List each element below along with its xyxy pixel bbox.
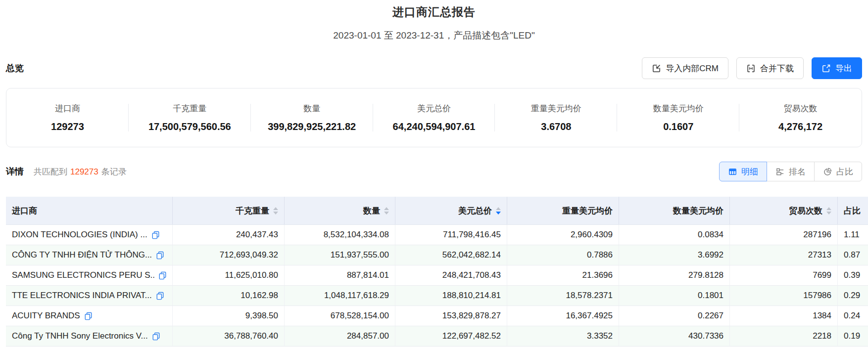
match-prefix: 共匹配到 — [34, 167, 67, 176]
column-label: 贸易次数 — [789, 205, 822, 217]
cell-usd-per-weight: 2,960.4309 — [507, 225, 619, 245]
copy-icon[interactable] — [85, 312, 92, 320]
importer-name: CÔNG TY TNHH ĐIỆN TỬ THÔNG... — [12, 250, 152, 260]
column-label: 数量 — [363, 205, 380, 217]
table-row[interactable]: CÔNG TY TNHH ĐIỆN TỬ THÔNG... 712,693,04… — [6, 245, 868, 265]
tab-detail-label: 明细 — [741, 166, 758, 177]
stat-value: 399,829,925,221.82 — [251, 121, 373, 132]
details-left: 详情 共匹配到129273条记录 — [6, 166, 127, 177]
tab-ranking[interactable]: 排名 — [767, 162, 815, 181]
cell-share: 0.87 — [838, 245, 868, 265]
cell-quantity: 151,937,555.00 — [285, 245, 395, 265]
overview-toolbar: 总览 导入内部CRM 合并下载 导出 — [0, 57, 868, 79]
table-row[interactable]: SAMSUNG ELECTRONICS PERU S... 11,625,010… — [6, 265, 868, 286]
sort-asc-icon[interactable] — [273, 207, 278, 210]
sort-desc-icon-active[interactable] — [496, 212, 501, 215]
cell-share: 0.29 — [838, 286, 868, 305]
importer-name: Công Ty TNHH Sony Electronics V... — [12, 331, 148, 341]
match-count-value: 129273 — [70, 167, 98, 176]
stat-label: 重量美元均价 — [495, 103, 617, 114]
stat-kg-weight: 千克重量 17,500,579,560.56 — [129, 101, 251, 134]
cell-share: 1.11 — [838, 225, 868, 245]
merge-download-label: 合并下载 — [760, 63, 794, 74]
table-row[interactable]: DIXON TECHNOLOGIES (INDIA) ... 240,437.4… — [6, 225, 868, 245]
copy-icon[interactable] — [152, 231, 159, 239]
table-row[interactable]: Công Ty TNHH Sony Electronics V... 36,78… — [6, 326, 868, 347]
tab-share-label: 占比 — [836, 166, 853, 177]
cell-kg-weight: 240,437.43 — [173, 225, 285, 245]
column-label: 占比 — [844, 205, 861, 217]
cell-importer: ACUITY BRANDS — [6, 306, 173, 326]
column-label: 千克重量 — [236, 205, 269, 217]
stat-value: 64,240,594,907.61 — [373, 121, 495, 132]
copy-icon[interactable] — [156, 251, 164, 260]
cell-kg-weight: 36,788,760.40 — [173, 326, 285, 346]
column-header-kg-weight[interactable]: 千克重量 — [173, 197, 285, 224]
sort-asc-icon[interactable] — [384, 207, 389, 210]
import-to-crm-label: 导入内部CRM — [666, 63, 719, 74]
cell-kg-weight: 10,162.98 — [173, 286, 285, 305]
cell-usd-per-unit: 0.2267 — [619, 306, 730, 326]
column-label: 数量美元均价 — [673, 205, 723, 217]
cell-trade-count: 7699 — [730, 265, 838, 285]
stat-value: 0.1607 — [617, 121, 739, 132]
column-header-usd-per-unit: 数量美元均价 — [619, 197, 730, 224]
cell-usd-per-weight: 0.7886 — [507, 245, 619, 265]
tab-detail[interactable]: 明细 — [719, 162, 767, 181]
stat-usd-per-unit: 数量美元均价 0.1607 — [617, 101, 739, 134]
match-suffix: 条记录 — [101, 167, 127, 176]
report-subtitle: 2023-01-01 至 2023-12-31，产品描述包含"LED" — [0, 29, 868, 42]
cell-quantity: 1,048,117,618.29 — [285, 286, 395, 305]
column-header-importer: 进口商 — [6, 197, 173, 224]
importer-summary-report-page: 进口商汇总报告 2023-01-01 至 2023-12-31，产品描述包含"L… — [0, 0, 868, 347]
sort-asc-icon[interactable] — [496, 207, 501, 210]
table-header-row: 进口商 千克重量 数量 美元总价 重量美元均价 数量美元均价 贸易次数 占比 — [6, 197, 868, 225]
merge-download-icon — [746, 64, 756, 73]
details-heading: 详情 — [6, 166, 24, 177]
cell-quantity: 887,814.01 — [285, 265, 395, 285]
cell-trade-count: 287196 — [730, 225, 838, 245]
sort-desc-icon[interactable] — [826, 212, 831, 215]
cell-share: 0.19 — [838, 326, 868, 346]
table-row[interactable]: TTE ELECTRONICS INDIA PRIVAT... 10,162.9… — [6, 286, 868, 306]
cell-importer: DIXON TECHNOLOGIES (INDIA) ... — [6, 225, 173, 245]
cell-usd-per-weight: 3.3352 — [507, 326, 619, 346]
cell-usd-per-unit: 430.7336 — [619, 326, 730, 346]
stat-label: 美元总价 — [373, 103, 495, 114]
merge-download-button[interactable]: 合并下载 — [736, 57, 804, 79]
stat-label: 数量美元均价 — [617, 103, 739, 114]
stat-value: 3.6708 — [495, 121, 617, 132]
export-button[interactable]: 导出 — [812, 57, 862, 79]
tab-share[interactable]: 占比 — [814, 162, 862, 181]
cell-usd-total: 562,042,682.14 — [395, 245, 507, 265]
cell-trade-count: 157986 — [730, 286, 838, 305]
cell-usd-per-weight: 16,367.4925 — [507, 306, 619, 326]
importer-name: SAMSUNG ELECTRONICS PERU S... — [12, 270, 154, 280]
cell-usd-total: 188,810,214.81 — [395, 286, 507, 305]
import-to-crm-button[interactable]: 导入内部CRM — [642, 57, 728, 79]
stat-trade-count: 贸易次数 4,276,172 — [739, 101, 862, 134]
copy-icon[interactable] — [156, 292, 164, 300]
stat-label: 千克重量 — [129, 103, 251, 114]
stat-label: 数量 — [251, 103, 373, 114]
cell-share: 0.39 — [838, 265, 868, 285]
cell-quantity: 284,857.00 — [285, 326, 395, 346]
column-header-usd-total[interactable]: 美元总价 — [395, 197, 507, 224]
sort-asc-icon[interactable] — [826, 207, 831, 210]
cell-usd-per-unit: 279.8128 — [619, 265, 730, 285]
import-icon — [652, 64, 661, 73]
cell-importer: SAMSUNG ELECTRONICS PERU S... — [6, 265, 173, 285]
table-body: DIXON TECHNOLOGIES (INDIA) ... 240,437.4… — [6, 225, 868, 347]
stat-label: 进口商 — [6, 103, 129, 114]
cell-importer: CÔNG TY TNHH ĐIỆN TỬ THÔNG... — [6, 245, 173, 265]
column-header-usd-per-weight: 重量美元均价 — [507, 197, 619, 224]
copy-icon[interactable] — [159, 271, 166, 280]
table-row[interactable]: ACUITY BRANDS 9,398.50 678,528,154.00 15… — [6, 306, 868, 326]
stat-usd-per-weight: 重量美元均价 3.6708 — [495, 101, 617, 134]
importer-name: ACUITY BRANDS — [12, 311, 80, 321]
column-header-trade-count[interactable]: 贸易次数 — [730, 197, 838, 224]
sort-desc-icon[interactable] — [384, 212, 389, 215]
column-header-quantity[interactable]: 数量 — [285, 197, 395, 224]
sort-desc-icon[interactable] — [273, 212, 278, 215]
copy-icon[interactable] — [152, 332, 160, 341]
